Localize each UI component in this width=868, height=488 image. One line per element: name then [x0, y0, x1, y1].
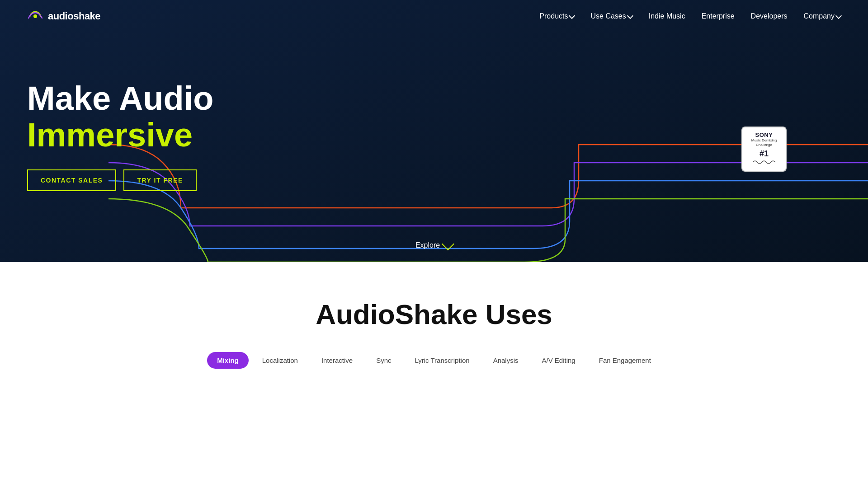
contact-sales-button[interactable]: CONTACT SALES [27, 169, 116, 191]
hero-title-part1: Make Audio [27, 80, 214, 117]
nav-item-products[interactable]: Products [539, 12, 574, 20]
hero-title: Make Audio Immersive [27, 80, 344, 154]
nav-item-company[interactable]: Company [804, 12, 841, 20]
chevron-down-icon [569, 12, 575, 19]
chevron-down-icon [835, 12, 842, 19]
logo[interactable]: audioshake [27, 8, 100, 24]
nav-links: Products Use Cases Indie Music Enterpris… [539, 12, 841, 20]
sony-wave [753, 159, 775, 167]
sony-badge: SONY Music Demixing Challenge #1 [741, 127, 787, 172]
logo-icon [27, 8, 43, 24]
nav-link-enterprise[interactable]: Enterprise [702, 12, 735, 20]
lower-section: AudioShake Uses MixingLocalizationIntera… [0, 262, 868, 396]
nav-item-enterprise[interactable]: Enterprise [702, 12, 735, 20]
hero-content: Make Audio Immersive CONTACT SALES TRY I… [27, 80, 344, 192]
tab-sync[interactable]: Sync [366, 352, 401, 369]
hero-title-accent: Immersive [27, 116, 193, 154]
sony-number: #1 [760, 149, 769, 159]
tab-av-editing[interactable]: A/V Editing [532, 352, 585, 369]
uses-title: AudioShake Uses [316, 298, 552, 330]
explore-label: Explore [415, 241, 440, 249]
nav-link-products[interactable]: Products [539, 12, 574, 20]
tab-localization[interactable]: Localization [252, 352, 308, 369]
sony-sub: Music Demixing Challenge [747, 138, 781, 148]
tab-interactive[interactable]: Interactive [311, 352, 363, 369]
hero-section: Make Audio Immersive CONTACT SALES TRY I… [0, 0, 868, 262]
nav-link-indie-music[interactable]: Indie Music [649, 12, 685, 20]
nav-item-indie-music[interactable]: Indie Music [649, 12, 685, 20]
tab-analysis[interactable]: Analysis [483, 352, 528, 369]
navbar: audioshake Products Use Cases Indie Musi… [0, 0, 868, 33]
sony-name: SONY [755, 131, 773, 138]
chevron-down-icon [627, 12, 633, 19]
nav-link-company[interactable]: Company [804, 12, 841, 20]
hero-buttons: CONTACT SALES TRY IT FREE [27, 169, 344, 191]
svg-point-0 [33, 14, 37, 18]
nav-item-use-cases[interactable]: Use Cases [590, 12, 632, 20]
tabs-row: MixingLocalizationInteractiveSyncLyric T… [207, 352, 661, 369]
tab-lyric-transcription[interactable]: Lyric Transcription [405, 352, 479, 369]
tab-mixing[interactable]: Mixing [207, 352, 249, 369]
try-free-button[interactable]: TRY IT FREE [123, 169, 196, 191]
explore-area[interactable]: Explore [415, 241, 453, 249]
nav-item-developers[interactable]: Developers [751, 12, 788, 20]
logo-text: audioshake [48, 10, 100, 22]
nav-link-use-cases[interactable]: Use Cases [590, 12, 632, 20]
nav-link-developers[interactable]: Developers [751, 12, 788, 20]
tab-fan-engagement[interactable]: Fan Engagement [589, 352, 661, 369]
